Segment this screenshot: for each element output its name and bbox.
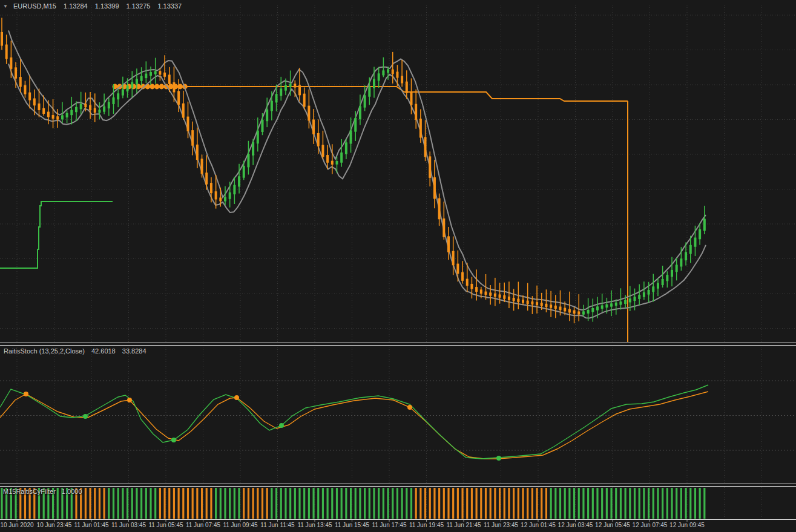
mt4-chart-window: ▼ EURUSD,M15 1.13284 1.13399 1.13275 1.1… (0, 0, 796, 532)
quote-high: 1.13399 (95, 2, 119, 10)
stoch-lines (0, 385, 708, 461)
ma-band (8, 30, 706, 318)
time-label: 10 Jun 23:45 (37, 522, 72, 528)
time-label: 11 Jun 17:45 (372, 522, 406, 528)
filter-indicator-label: M15RaitisCyFilter 1.0000 (3, 488, 82, 495)
time-label: 11 Jun 09:45 (223, 522, 257, 528)
stoch-indicator-label: RaitisStoch (13,25,2,Close) 42.6018 33.8… (4, 347, 146, 355)
symbol-timeframe-label: EURUSD,M15 (13, 2, 56, 10)
time-label: 11 Jun 19:45 (409, 522, 444, 528)
time-label: 10 Jun 2020 (0, 522, 33, 528)
window-marker-icon[interactable]: ▼ (3, 4, 8, 9)
time-label: 11 Jun 05:45 (148, 522, 183, 528)
filter-indicator-name: M15RaitisCyFilter (3, 488, 56, 495)
filter-indicator-value: 1.0000 (62, 488, 82, 495)
time-axis[interactable]: 10 Jun 202010 Jun 23:4511 Jun 01:4511 Ju… (0, 521, 796, 532)
time-label: 11 Jun 21:45 (446, 522, 481, 528)
filter-bars (1, 488, 705, 519)
stoch-indicator-name: RaitisStoch (13,25,2,Close) (4, 347, 85, 355)
time-label: 12 Jun 07:45 (633, 522, 668, 528)
candles (1, 18, 706, 323)
chart-canvas[interactable] (0, 0, 796, 532)
time-label: 12 Jun 05:45 (595, 522, 630, 528)
time-label: 11 Jun 11:45 (260, 522, 294, 528)
time-label: 11 Jun 23:45 (484, 522, 518, 528)
time-label: 11 Jun 01:45 (74, 522, 108, 528)
stoch-value-main: 42.6018 (91, 347, 116, 355)
chart-title-bar: ▼ EURUSD,M15 1.13284 1.13399 1.13275 1.1… (3, 2, 182, 10)
quote-open: 1.13284 (64, 2, 88, 10)
time-label: 11 Jun 13:45 (297, 522, 332, 528)
quote-close: 1.13337 (157, 2, 182, 10)
quote-low: 1.13275 (127, 2, 151, 10)
time-label: 11 Jun 03:45 (111, 522, 146, 528)
stoch-value-signal: 33.8284 (122, 347, 146, 355)
time-label: 12 Jun 03:45 (558, 522, 593, 528)
time-label: 12 Jun 09:45 (669, 522, 705, 528)
time-label: 11 Jun 07:45 (186, 522, 220, 528)
time-label: 12 Jun 01:45 (521, 522, 556, 528)
time-label: 11 Jun 15:45 (335, 522, 369, 528)
